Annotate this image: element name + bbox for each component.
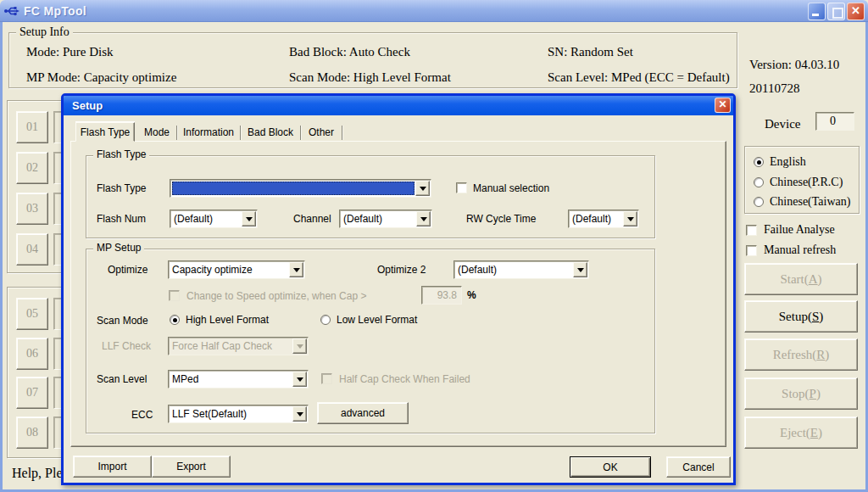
button-accel: S xyxy=(812,310,819,324)
chevron-down-icon[interactable] xyxy=(623,211,637,226)
refresh-button[interactable]: Refresh(R) xyxy=(744,338,858,371)
tab-bad-block[interactable]: Bad Block xyxy=(243,123,298,141)
rw-cycle-select[interactable]: (Default) xyxy=(568,210,639,228)
ok-button[interactable]: OK xyxy=(570,456,651,478)
chevron-down-icon[interactable] xyxy=(292,372,307,387)
port-button-04[interactable]: 04 xyxy=(16,233,48,266)
port-label: 07 xyxy=(26,386,38,400)
flash-num-select[interactable]: (Default) xyxy=(170,210,258,228)
port-label: 03 xyxy=(26,202,38,215)
stop-button[interactable]: Stop(P) xyxy=(744,377,858,410)
dialog-client: Flash Type Mode Information Bad Block Ot… xyxy=(64,115,733,483)
chevron-down-icon[interactable] xyxy=(415,181,430,196)
maximize-button[interactable] xyxy=(827,3,845,20)
usb-icon xyxy=(4,5,19,17)
tab-flash-type[interactable]: Flash Type xyxy=(75,122,135,142)
import-button-label: Import xyxy=(97,461,126,472)
import-button[interactable]: Import xyxy=(73,456,152,478)
radio-chinese-prc[interactable] xyxy=(754,177,764,187)
manual-selection-checkbox[interactable] xyxy=(456,182,467,193)
flash-type-group: Flash Type Flash Type Manual selection F… xyxy=(86,155,655,238)
port-button-06[interactable]: 06 xyxy=(16,338,48,370)
optimize-select[interactable]: Capacity optimize xyxy=(168,260,305,279)
button-accel: R xyxy=(816,348,825,362)
chevron-down-icon[interactable] xyxy=(289,262,303,277)
failure-analyse-label: Failue Analyse xyxy=(764,223,835,237)
info-sn: SN: Random Set xyxy=(548,45,633,59)
flash-type-label: Flash Type xyxy=(97,182,146,194)
optimize2-select[interactable]: (Default) xyxy=(453,260,589,279)
channel-value: (Default) xyxy=(343,213,382,225)
minimize-button[interactable] xyxy=(808,3,826,20)
close-button[interactable] xyxy=(847,3,865,20)
channel-select[interactable]: (Default) xyxy=(339,210,432,228)
button-label: Refresh( xyxy=(773,348,817,362)
export-button-label: Export xyxy=(176,461,206,472)
port-label: 05 xyxy=(26,307,38,321)
setup-button[interactable]: Setup(S) xyxy=(744,300,858,333)
tab-information[interactable]: Information xyxy=(180,123,237,141)
radio-chinese-taiwan[interactable] xyxy=(754,197,764,207)
flash-type-selection xyxy=(172,182,415,195)
setup-info-group: Setup Info Mode: Pure Disk Bad Block: Au… xyxy=(8,32,737,88)
button-accel: P xyxy=(810,387,816,401)
device-count-field: 0 xyxy=(815,112,854,131)
manual-refresh-checkbox[interactable] xyxy=(746,245,757,256)
ecc-select[interactable]: LLF Set(Default) xyxy=(168,405,309,423)
chevron-down-icon[interactable] xyxy=(573,262,587,277)
chevron-down-icon[interactable] xyxy=(416,211,431,226)
tab-separator xyxy=(300,126,301,140)
cap-percent-field: 93.8 xyxy=(421,286,462,305)
flash-num-value: (Default) xyxy=(174,213,213,225)
port-button-03[interactable]: 03 xyxy=(16,193,48,225)
cancel-button[interactable]: Cancel xyxy=(666,456,731,478)
radio-high-level-format[interactable] xyxy=(170,315,180,325)
optimize-label: Optimize xyxy=(108,264,147,276)
cap-percent-value: 93.8 xyxy=(437,289,457,301)
tab-label: Mode xyxy=(144,126,170,138)
port-button-05[interactable]: 05 xyxy=(16,298,48,330)
port-button-02[interactable]: 02 xyxy=(16,152,48,184)
eject-button[interactable]: Eject(E) xyxy=(744,417,858,449)
button-label: Stop( xyxy=(782,387,810,401)
help-text: Help, Ple xyxy=(12,466,63,481)
advanced-button[interactable]: advanced xyxy=(317,402,409,424)
cap-percent-unit: % xyxy=(467,289,476,301)
half-cap-label: Half Cap Check When Failed xyxy=(339,373,470,385)
export-button[interactable]: Export xyxy=(152,456,231,478)
tab-mode[interactable]: Mode xyxy=(140,123,174,141)
radio-low-level-format[interactable] xyxy=(320,315,331,325)
radio-english[interactable] xyxy=(754,157,764,167)
tab-separator xyxy=(176,126,177,140)
tab-other[interactable]: Other xyxy=(303,123,339,141)
button-accel: A xyxy=(809,272,818,287)
chevron-down-icon[interactable] xyxy=(292,406,307,422)
scan-level-select[interactable]: MPed xyxy=(168,370,309,389)
mp-setup-group: MP Setup Optimize Capacity optimize Opti… xyxy=(86,249,655,433)
chevron-down-icon[interactable] xyxy=(242,211,256,226)
info-bad-block: Bad Block: Auto Check xyxy=(289,45,410,59)
language-group: English Chinese(P.R.C) Chinese(Taiwan) xyxy=(744,146,860,214)
port-label: 01 xyxy=(26,120,38,134)
port-group-1: 01 02 03 04 xyxy=(7,100,68,273)
ok-button-label: OK xyxy=(603,461,617,473)
port-button-07[interactable]: 07 xyxy=(16,377,48,409)
manual-refresh-label: Manual refresh xyxy=(764,243,836,257)
llf-check-label: LLF Check xyxy=(102,340,151,352)
button-label: Eject( xyxy=(780,426,810,440)
dialog-close-icon[interactable] xyxy=(715,98,731,113)
optimize2-label: Optimize 2 xyxy=(377,264,426,276)
dialog-titlebar: Setup xyxy=(64,96,733,115)
port-button-01[interactable]: 01 xyxy=(16,111,48,143)
rw-cycle-label: RW Cycle Time xyxy=(466,213,536,225)
button-label: ) xyxy=(819,310,823,324)
flash-type-legend: Flash Type xyxy=(93,148,149,160)
flash-type-select[interactable] xyxy=(170,179,431,198)
info-mp-mode: MP Mode: Capacity optimize xyxy=(26,70,176,85)
tab-separator xyxy=(240,126,241,140)
port-button-08[interactable]: 08 xyxy=(16,417,48,449)
start-button[interactable]: Start(A) xyxy=(744,263,858,295)
port-label: 08 xyxy=(26,426,38,439)
failure-analyse-checkbox[interactable] xyxy=(746,225,757,236)
dialog-title: Setup xyxy=(72,99,103,112)
